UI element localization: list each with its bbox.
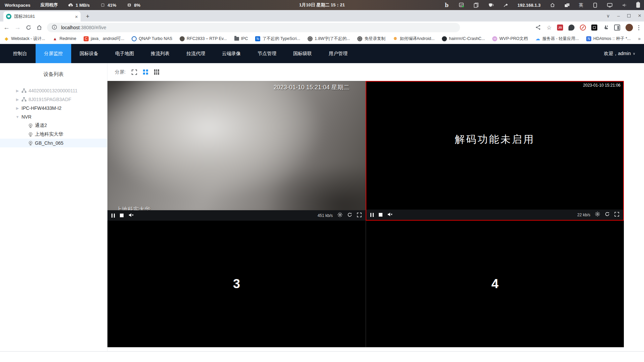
- nav-item-map[interactable]: 电子地图: [107, 44, 142, 63]
- tree-channel-3-selected[interactable]: GB_Chn_065: [0, 139, 107, 147]
- pause-icon[interactable]: [370, 213, 374, 217]
- extension-dark-icon[interactable]: [568, 25, 574, 31]
- extensions-puzzle-icon[interactable]: [603, 25, 609, 31]
- window-minimize-button[interactable]: –: [617, 13, 620, 18]
- input-method-indicator[interactable]: 英: [579, 2, 583, 8]
- nav-item-gb-devices[interactable]: 国标设备: [71, 44, 107, 63]
- extension-js-icon[interactable]: JS: [557, 25, 563, 31]
- grid-2x2-icon[interactable]: [143, 70, 148, 75]
- tree-channel-1[interactable]: 通道2: [0, 121, 107, 130]
- video-cell-1[interactable]: 2023-01-10 15:21:04 星期二 上地科实大华 451 kb/s: [107, 81, 366, 221]
- screenshot-icon[interactable]: [458, 2, 464, 8]
- bookmark-hdatmos[interactable]: NHDAtmos :: 种子 *...: [586, 36, 631, 42]
- screen-rotate-icon[interactable]: [592, 2, 598, 8]
- bookmark-java[interactable]: Cjava、android可...: [84, 36, 124, 42]
- nav-item-cloud-record[interactable]: 云端录像: [214, 44, 249, 63]
- fullscreen-icon[interactable]: [132, 70, 137, 75]
- grid-3x3-icon[interactable]: [154, 70, 159, 75]
- refresh-icon[interactable]: [347, 212, 352, 219]
- bookmark-android[interactable]: ⚉如何编译Android...: [393, 36, 435, 42]
- memory-icon: [126, 2, 132, 8]
- color-picker-icon[interactable]: [503, 2, 509, 8]
- tab-close-icon[interactable]: ×: [75, 14, 78, 19]
- caret-down-icon[interactable]: ▼: [15, 115, 19, 119]
- bookmark-qnap[interactable]: QNAP Turbo NAS: [132, 36, 172, 41]
- nav-item-split-monitor[interactable]: 分屏监控: [36, 44, 71, 63]
- volume-muted-icon[interactable]: [387, 212, 393, 218]
- home-icon[interactable]: [549, 2, 555, 8]
- bookmark-wvp[interactable]: WWVP-PRO文档: [492, 36, 528, 42]
- profile-avatar[interactable]: [626, 24, 633, 31]
- system-top-bar: Workspaces 应用程序 1 MB/s 41% 8% 1月: [0, 0, 644, 10]
- volume-icon[interactable]: [622, 2, 628, 8]
- extension-frame-icon[interactable]: [591, 25, 597, 31]
- tree-node-ipc[interactable]: ▶ IPC-HFW4433M-I2: [0, 104, 107, 112]
- stop-icon[interactable]: [379, 213, 382, 217]
- video-cell-3[interactable]: 3: [107, 221, 366, 347]
- tab-search-chevron-icon[interactable]: ∨: [606, 13, 610, 18]
- settings-gear-icon[interactable]: [595, 212, 600, 218]
- nav-item-user-manage[interactable]: 用户管理: [320, 44, 356, 63]
- window-restore-button[interactable]: [627, 14, 631, 17]
- coffee-cup-icon[interactable]: [488, 2, 494, 8]
- video-stream-1[interactable]: 2023-01-10 15:21:04 星期二 上地科实大华: [107, 81, 366, 210]
- tab-favicon-icon: [6, 14, 11, 19]
- site-info-icon[interactable]: [52, 25, 58, 31]
- display-icon[interactable]: [607, 2, 613, 8]
- bing-icon[interactable]: b: [444, 2, 450, 8]
- tree-node-nvr[interactable]: ▼ NVR: [0, 112, 107, 121]
- bookmark-redmine[interactable]: ▲Redmine: [52, 36, 76, 41]
- bookmark-webstack[interactable]: ◆Webstack - 设计...: [4, 36, 45, 42]
- settings-gear-icon[interactable]: [337, 212, 342, 219]
- applications-menu[interactable]: 应用程序: [40, 2, 58, 8]
- bookmark-rfc2833[interactable]: RFC2833 – RTP Ev...: [180, 36, 227, 41]
- bookmarks-overflow-icon[interactable]: »: [638, 36, 641, 41]
- bookmark-server[interactable]: ☁服务器 - 轻量应用...: [535, 36, 579, 42]
- reload-button[interactable]: [26, 25, 32, 31]
- nav-item-pull-proxy[interactable]: 拉流代理: [178, 44, 214, 63]
- nav-item-node-manage[interactable]: 节点管理: [249, 44, 285, 63]
- url-bar[interactable]: localhost:38080/#/live: [47, 23, 460, 32]
- bookmark-github[interactable]: hairrrrr/C-CrashC...: [442, 36, 485, 41]
- nav-item-console[interactable]: 控制台: [5, 44, 36, 63]
- user-menu[interactable]: 欢迎，admin∨: [604, 51, 644, 57]
- forward-button[interactable]: →: [14, 24, 21, 31]
- browser-menu-icon[interactable]: [638, 25, 639, 30]
- bookmark-18w[interactable]: 1.8W字|了不起的...: [308, 36, 350, 42]
- video-stream-2[interactable]: 2023-01-10 15:21:06 解码功能未启用: [366, 82, 623, 210]
- caret-right-icon[interactable]: ▶: [15, 106, 19, 110]
- pause-icon[interactable]: [111, 214, 115, 218]
- tree-node-device-1[interactable]: ▶ 4402000013200000111: [0, 86, 107, 95]
- side-panel-icon[interactable]: [614, 25, 620, 31]
- stop-icon[interactable]: [120, 214, 124, 217]
- video-cell-4[interactable]: 4: [366, 221, 624, 347]
- clipboard-copy-icon[interactable]: [473, 2, 479, 8]
- new-tab-button[interactable]: +: [83, 12, 92, 21]
- ip-address[interactable]: 192.168.1.3: [517, 3, 541, 8]
- battery-icon[interactable]: [636, 2, 640, 8]
- camera-icon: [28, 141, 33, 146]
- back-button[interactable]: ←: [3, 24, 10, 31]
- workspace-switcher-icon[interactable]: [564, 2, 570, 8]
- refresh-icon[interactable]: [605, 212, 610, 218]
- tree-channel-2[interactable]: 上地科实大华: [0, 130, 107, 139]
- caret-right-icon[interactable]: ▶: [15, 97, 19, 102]
- nav-item-push-list[interactable]: 推流列表: [142, 44, 178, 63]
- bookmark-star-icon[interactable]: ☆: [547, 24, 552, 31]
- home-button[interactable]: [36, 25, 42, 31]
- nav-item-gb-cascade[interactable]: 国标级联: [285, 44, 320, 63]
- extension-blocker-icon[interactable]: [580, 25, 586, 31]
- share-icon[interactable]: [535, 25, 541, 31]
- bookmark-ipc-folder[interactable]: IPC: [234, 36, 248, 41]
- caret-right-icon[interactable]: ▶: [15, 89, 19, 93]
- bookmark-typescript[interactable]: 知了不起的 TypeScri...: [255, 36, 300, 42]
- bookmark-copy[interactable]: 免登录复制: [357, 36, 385, 42]
- expand-icon[interactable]: [357, 213, 362, 219]
- workspaces-button[interactable]: Workspaces: [5, 3, 30, 8]
- browser-tab[interactable]: 国标28181 ×: [3, 11, 81, 21]
- tree-node-device-2[interactable]: ▶ 8J01915PAGB3ADF: [0, 95, 107, 104]
- volume-muted-icon[interactable]: [129, 213, 134, 219]
- video-cell-2[interactable]: 2023-01-10 15:21:06 解码功能未启用 22 kb/s: [366, 81, 624, 221]
- window-close-button[interactable]: ×: [638, 12, 641, 19]
- expand-icon[interactable]: [614, 212, 619, 218]
